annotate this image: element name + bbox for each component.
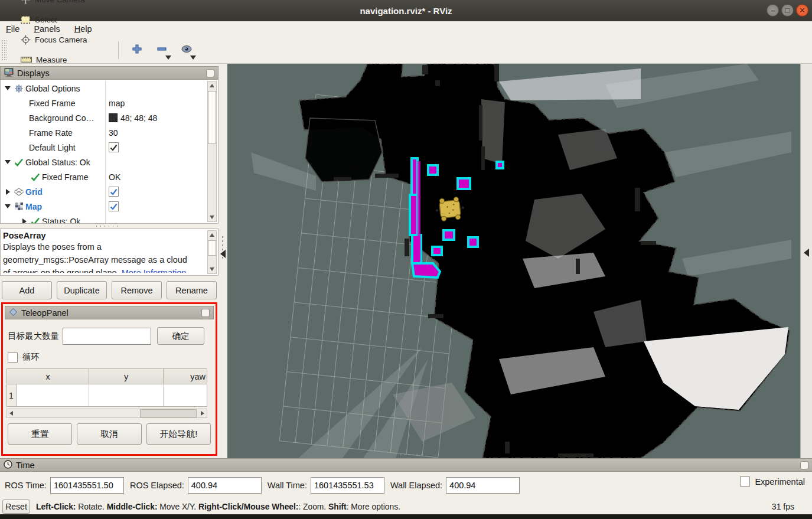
- tool-label: Measure: [36, 56, 67, 64]
- maximize-button[interactable]: □: [781, 4, 794, 17]
- tree-row[interactable]: Frame Rate30: [1, 125, 203, 140]
- start-navigation-button[interactable]: 开始导航!: [146, 423, 211, 445]
- time-field-input[interactable]: [188, 477, 262, 494]
- toolbar-grip-handle[interactable]: [1, 40, 7, 61]
- tree-row[interactable]: Grid: [1, 184, 203, 199]
- time-field-input[interactable]: [446, 477, 520, 494]
- tree-row[interactable]: Fixed Framemap: [1, 96, 203, 110]
- tree-value[interactable]: 30: [106, 125, 203, 140]
- reset-goals-button[interactable]: 重置: [8, 423, 72, 445]
- column-header-x[interactable]: x: [7, 369, 89, 384]
- reset-button[interactable]: Reset: [2, 500, 30, 514]
- tree-value[interactable]: [106, 214, 203, 224]
- tree-value[interactable]: [106, 140, 203, 155]
- expander-open-icon[interactable]: [3, 160, 12, 164]
- table-horizontal-scrollbar[interactable]: [6, 409, 207, 418]
- tree-value[interactable]: map: [106, 96, 203, 110]
- panel-float-button[interactable]: [201, 309, 210, 317]
- tree-label: Fixed Frame: [42, 172, 89, 182]
- time-panel-header[interactable]: Time: [0, 458, 812, 472]
- rename-button[interactable]: Rename: [167, 281, 217, 299]
- tree-value[interactable]: [106, 199, 203, 214]
- value-text: 30: [109, 128, 118, 138]
- time-field-input[interactable]: [50, 477, 124, 494]
- scroll-up-icon[interactable]: [208, 81, 216, 90]
- scrollbar-thumb[interactable]: [208, 91, 216, 144]
- column-header-yaw[interactable]: yaw: [164, 369, 207, 384]
- remove-tool-button[interactable]: [152, 40, 172, 60]
- tree-row[interactable]: Map: [1, 199, 203, 214]
- scroll-right-icon[interactable]: [198, 409, 207, 417]
- scrollbar-thumb[interactable]: [140, 409, 197, 417]
- scroll-down-icon[interactable]: [208, 265, 216, 273]
- column-header-y[interactable]: y: [89, 369, 164, 384]
- color-swatch[interactable]: [109, 113, 118, 122]
- expand-right-panel-icon[interactable]: [804, 249, 809, 257]
- map-icon: [12, 202, 25, 211]
- more-information-link[interactable]: More Information.: [122, 268, 189, 273]
- displays-panel-header[interactable]: Displays: [0, 66, 219, 80]
- tree-value[interactable]: OK: [106, 169, 203, 184]
- tool-move-camera-button[interactable]: Move Camera: [13, 0, 106, 10]
- scrollbar-thumb[interactable]: [208, 240, 216, 256]
- tree-value[interactable]: [106, 184, 203, 199]
- time-field-label: Wall Time:: [268, 481, 307, 490]
- cell-y[interactable]: [89, 384, 164, 406]
- minimize-button[interactable]: –: [767, 4, 779, 17]
- add-button[interactable]: Add: [2, 281, 52, 299]
- description-line: Displays the poses from a: [3, 240, 205, 253]
- tree-row[interactable]: Fixed FrameOK: [1, 169, 203, 184]
- teleop-panel-highlighted: TeleopPanel 目标最大数量 确定 循环 xyyaw 1: [1, 302, 217, 456]
- display-description-panel: PoseArray Displays the poses from ageome…: [0, 229, 219, 276]
- panel-splitter[interactable]: [0, 224, 219, 229]
- render-view[interactable]: [227, 64, 800, 458]
- title-bar[interactable]: navigation.rviz* - RViz – □ ✕: [0, 0, 812, 21]
- expander-closed-icon[interactable]: [19, 218, 29, 224]
- panel-float-button[interactable]: [206, 69, 214, 77]
- expander-open-icon[interactable]: [3, 86, 12, 90]
- tree-row[interactable]: Background Co…48; 48; 48: [1, 110, 203, 125]
- expander-open-icon[interactable]: [3, 204, 12, 208]
- cell-yaw[interactable]: [164, 384, 207, 406]
- tree-value[interactable]: 48; 48; 48: [106, 110, 203, 125]
- panel-view-splitter[interactable]: [219, 64, 227, 458]
- view-splitter-handle[interactable]: [399, 453, 423, 456]
- focus-icon: [21, 35, 31, 45]
- description-scrollbar[interactable]: [207, 230, 217, 274]
- remove-button[interactable]: Remove: [112, 281, 162, 299]
- confirm-button[interactable]: 确定: [157, 327, 204, 345]
- teleop-panel-header[interactable]: TeleopPanel: [5, 306, 214, 319]
- tree-row[interactable]: Default Light: [1, 140, 203, 155]
- tool-visibility-button[interactable]: [177, 40, 197, 60]
- panel-float-button[interactable]: [800, 461, 808, 469]
- tree-row[interactable]: Global Options: [1, 81, 203, 96]
- enabled-checkbox[interactable]: [109, 201, 119, 211]
- left-panel-column: Displays Global OptionsFixed FramemapBac…: [0, 64, 219, 458]
- cell-x[interactable]: [17, 384, 89, 406]
- table-row[interactable]: 1: [7, 384, 207, 406]
- tool-select-button[interactable]: Select: [13, 10, 106, 30]
- tree-value[interactable]: [106, 81, 203, 96]
- tree-row[interactable]: Status: Ok: [1, 214, 203, 224]
- time-field-input[interactable]: [311, 477, 384, 494]
- tree-value[interactable]: [106, 155, 203, 169]
- tree-label: Global Options: [25, 84, 80, 93]
- duplicate-button[interactable]: Duplicate: [57, 281, 107, 299]
- cancel-button[interactable]: 取消: [77, 423, 141, 445]
- enabled-checkbox[interactable]: [109, 187, 119, 197]
- max-goal-input[interactable]: [63, 328, 151, 345]
- scroll-down-icon[interactable]: [208, 213, 216, 221]
- scroll-up-icon[interactable]: [208, 231, 216, 239]
- tool-focus-camera-button[interactable]: Focus Camera: [13, 30, 106, 50]
- expander-closed-icon[interactable]: [3, 189, 12, 195]
- experimental-checkbox[interactable]: [740, 476, 750, 487]
- add-tool-button[interactable]: [127, 40, 147, 60]
- collapse-left-panel-icon[interactable]: [220, 250, 226, 258]
- close-button[interactable]: ✕: [796, 4, 808, 17]
- collapsed-views-panel[interactable]: [800, 64, 812, 458]
- enabled-checkbox[interactable]: [109, 142, 119, 152]
- displays-scrollbar[interactable]: [207, 81, 217, 222]
- loop-checkbox[interactable]: [8, 352, 18, 363]
- tree-row[interactable]: Global Status: Ok: [1, 155, 203, 169]
- scroll-left-icon[interactable]: [7, 409, 15, 417]
